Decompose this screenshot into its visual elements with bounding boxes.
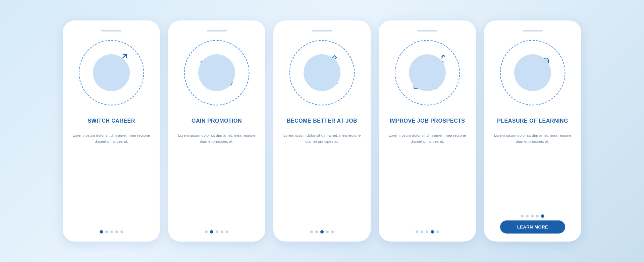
card-title-improve-prospects: IMPROVE JOB PROSPECTS	[390, 114, 465, 128]
dots-improve-prospects	[416, 228, 439, 234]
card-become-better: BECOME BETTER AT JOB Lorem ipsum dolor s…	[273, 20, 371, 242]
dots-become-better	[310, 228, 334, 234]
learn-more-button[interactable]: LEARN MORE	[500, 220, 565, 234]
dot-3	[531, 215, 534, 217]
dot-3	[110, 231, 113, 233]
dot-1	[100, 230, 103, 234]
illustration-gain-promotion	[181, 38, 252, 108]
illustration-improve-prospects	[392, 38, 463, 108]
card-desc-become-better: Lorem ipsum dolor sit dim amet, mea regi…	[281, 133, 363, 222]
solid-circle-5	[514, 54, 551, 91]
dot-5	[226, 231, 228, 233]
dot-2	[210, 230, 213, 234]
dot-5	[120, 231, 123, 233]
card-title-pleasure-learning: PLEASURE OF LEARNING	[497, 114, 568, 128]
card-title-become-better: BECOME BETTER AT JOB	[287, 114, 357, 128]
card-switch-career: SWITCH CAREER Lorem ipsum dolor sit dim …	[63, 20, 160, 242]
dot-4	[221, 231, 223, 233]
illustration-become-better	[287, 38, 357, 108]
card-gain-promotion: GAIN PROMOTION Lorem ipsum dolor sit dim…	[168, 20, 265, 242]
dot-2	[105, 231, 108, 233]
dot-5	[331, 231, 334, 233]
dot-1	[521, 215, 524, 217]
illustration-switch-career	[76, 38, 147, 108]
dot-2	[526, 215, 529, 217]
solid-circle-4	[409, 54, 446, 91]
dots-gain-promotion	[205, 228, 228, 234]
dot-4	[115, 231, 118, 233]
card-improve-prospects: IMPROVE JOB PROSPECTS Lorem ipsum dolor …	[379, 20, 476, 242]
dots-pleasure-learning	[521, 212, 544, 218]
cards-container: SWITCH CAREER Lorem ipsum dolor sit dim …	[43, 7, 601, 255]
dot-1	[205, 231, 208, 233]
card-pleasure-learning: PLEASURE OF LEARNING Lorem ipsum dolor s…	[484, 20, 581, 242]
dot-3	[320, 230, 324, 234]
dot-4	[431, 230, 434, 234]
card-title-switch-career: SWITCH CAREER	[88, 114, 135, 128]
card-title-gain-promotion: GAIN PROMOTION	[192, 114, 242, 128]
dot-1	[416, 231, 418, 233]
dot-3	[216, 231, 218, 233]
dots-switch-career	[100, 228, 123, 234]
solid-circle-1	[93, 54, 130, 91]
card-desc-improve-prospects: Lorem ipsum dolor sit dim amet, mea regi…	[387, 133, 468, 222]
dot-2	[315, 231, 318, 233]
card-desc-gain-promotion: Lorem ipsum dolor sit dim amet, mea regi…	[176, 133, 257, 222]
dot-3	[426, 231, 428, 233]
dot-1	[310, 231, 313, 233]
card-desc-pleasure-learning: Lorem ipsum dolor sit dim amet, mea regi…	[492, 133, 573, 206]
card-desc-switch-career: Lorem ipsum dolor sit dim amet, mea regi…	[71, 133, 152, 222]
solid-circle-3	[304, 54, 340, 91]
solid-circle-2	[198, 54, 235, 91]
dot-4	[536, 215, 539, 217]
dot-5	[541, 214, 544, 218]
illustration-pleasure-learning	[497, 38, 568, 108]
dot-4	[326, 231, 329, 233]
dot-2	[421, 231, 423, 233]
dot-5	[436, 231, 439, 233]
